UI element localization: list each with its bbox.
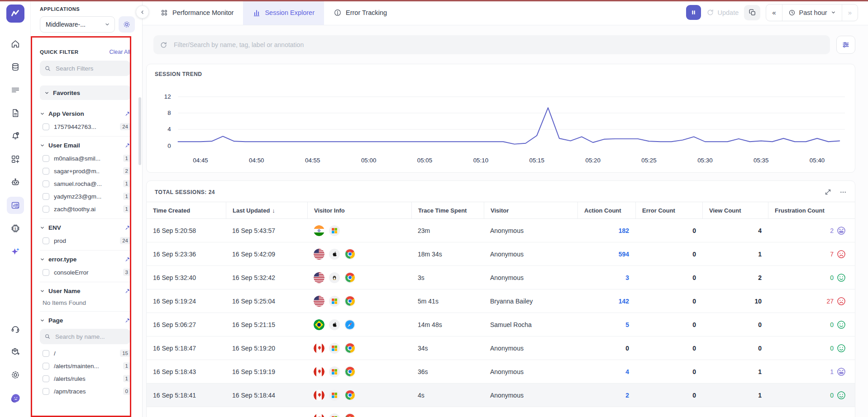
pin-button[interactable] xyxy=(124,288,130,294)
sync-icon xyxy=(160,41,167,49)
column-header-trace-time-spent[interactable]: Trace Time Spent xyxy=(411,202,484,218)
quick-filter-sections: FavoritesApp Version17579442763...24User… xyxy=(40,81,130,401)
section-header[interactable]: error.type xyxy=(40,255,130,264)
filter-search-box[interactable] xyxy=(40,61,130,76)
rail-item-logs-icon[interactable] xyxy=(7,81,24,99)
action-count-link[interactable]: 5 xyxy=(625,321,629,328)
rail-item-session-replay-icon[interactable] xyxy=(7,197,24,214)
filter-search-input[interactable] xyxy=(55,65,114,72)
more-options-button[interactable] xyxy=(839,189,847,196)
applications-label: APPLICATIONS xyxy=(40,6,135,12)
column-header-time-created[interactable]: Time Created xyxy=(147,202,226,218)
sidebar-scrollbar[interactable] xyxy=(138,97,141,165)
session-row[interactable]: 16 Sep 5:18:4116 Sep 5:18:444sAnonymous2… xyxy=(147,384,855,407)
rail-item-settings-icon[interactable] xyxy=(7,366,24,384)
section-search-input[interactable] xyxy=(54,333,113,341)
action-count-link[interactable]: 4 xyxy=(625,368,629,375)
favorites-section-header[interactable]: Favorites xyxy=(40,85,130,100)
pin-button[interactable] xyxy=(124,111,130,117)
application-selector[interactable]: Middleware-... xyxy=(40,16,115,33)
session-row[interactable]: 16 Sep 5:20:5816 Sep 5:43:5723mAnonymous… xyxy=(147,219,855,242)
chrome-icon xyxy=(344,249,355,260)
rail-item-profile-icon[interactable] xyxy=(7,389,24,407)
checkbox[interactable] xyxy=(43,350,49,357)
checkbox[interactable] xyxy=(43,375,49,382)
action-count-link[interactable]: 142 xyxy=(619,298,629,305)
checkbox[interactable] xyxy=(43,193,49,200)
mood-sad-icon xyxy=(837,297,846,306)
view-count-cell: 1 xyxy=(702,368,768,375)
section-header[interactable]: ENV xyxy=(40,223,130,232)
column-header-visitor[interactable]: Visitor xyxy=(484,202,577,218)
rail-item-infrastructure-icon[interactable] xyxy=(7,58,24,76)
section-search-box[interactable] xyxy=(40,329,130,344)
checkbox[interactable] xyxy=(43,168,49,175)
session-row[interactable]: 16 Sep 5:18:4716 Sep 5:19:2034sAnonymous… xyxy=(147,336,855,360)
expand-button[interactable] xyxy=(825,189,831,196)
application-settings-button[interactable] xyxy=(119,16,135,33)
pin-button[interactable] xyxy=(124,225,130,231)
rail-item-documents-icon[interactable] xyxy=(7,104,24,122)
action-count-link[interactable]: 3 xyxy=(625,274,629,281)
time-range-forward-button[interactable]: » xyxy=(842,5,858,21)
update-button[interactable]: Update xyxy=(706,9,739,16)
session-row[interactable]: 16 Sep 5:18:4316 Sep 5:19:1936sAnonymous… xyxy=(147,360,855,384)
session-row[interactable]: 16 Sep 5:23:3616 Sep 5:42:0918m 34sAnony… xyxy=(147,242,855,266)
rail-item-integrations-icon[interactable] xyxy=(7,343,24,360)
checkbox[interactable] xyxy=(43,237,49,244)
checkbox[interactable] xyxy=(43,388,49,395)
checkbox[interactable] xyxy=(43,155,49,162)
global-filter-bar[interactable] xyxy=(153,35,830,54)
checkbox[interactable] xyxy=(43,180,49,187)
global-filter-input[interactable] xyxy=(173,41,824,49)
rail-item-alerts-icon[interactable] xyxy=(7,128,24,145)
last-updated-cell: 16 Sep 5:43:57 xyxy=(226,227,307,234)
action-count-link[interactable]: 2 xyxy=(625,392,629,399)
session-row[interactable]: 16 Sep 5:32:4016 Sep 5:32:423sAnonymous3… xyxy=(147,266,855,289)
advanced-filter-button[interactable] xyxy=(836,36,855,54)
svg-text:05:30: 05:30 xyxy=(697,157,712,164)
pin-button[interactable] xyxy=(124,256,130,262)
tab-performance-monitor[interactable]: Performance Monitor xyxy=(151,0,243,25)
search-icon xyxy=(44,65,51,72)
tab-error-tracking[interactable]: Error Tracking xyxy=(324,0,396,25)
checkbox[interactable] xyxy=(43,363,49,370)
column-header-last-updated[interactable]: Last Updated↓ xyxy=(226,202,307,218)
rail-item-home-icon[interactable] xyxy=(7,35,24,52)
rail-item-assistant-icon[interactable] xyxy=(7,174,24,191)
session-row[interactable] xyxy=(147,407,855,417)
copy-button[interactable] xyxy=(744,5,760,20)
clear-all-link[interactable]: Clear All xyxy=(109,49,130,55)
pause-button[interactable] xyxy=(686,5,701,20)
column-header-view-count[interactable]: View Count xyxy=(702,202,768,218)
checkbox[interactable] xyxy=(43,206,49,213)
action-count-link[interactable]: 594 xyxy=(619,251,629,258)
rail-item-processor-cost-icon[interactable]: $ xyxy=(7,220,24,237)
section-header[interactable]: User Name xyxy=(40,286,130,296)
session-row[interactable]: 16 Sep 5:19:2416 Sep 5:25:045m 41sBryann… xyxy=(147,289,855,313)
pin-button[interactable] xyxy=(124,317,130,323)
column-header-visitor-info[interactable]: Visitor Info xyxy=(307,202,411,218)
rail-item-dashboards-icon[interactable] xyxy=(7,151,24,168)
section-header[interactable]: User Email xyxy=(40,141,130,150)
filter-item: /apm/traces0 xyxy=(40,385,130,398)
column-header-frustration-count[interactable]: Frustration Count xyxy=(768,202,852,218)
time-range-back-button[interactable]: « xyxy=(766,5,782,21)
pin-icon xyxy=(124,142,130,148)
section-header[interactable]: Page xyxy=(40,316,130,325)
time-range-selector[interactable]: Past hour xyxy=(782,5,842,21)
tab-session-explorer[interactable]: Session Explorer xyxy=(243,0,324,25)
rail-item-ai-spark-icon[interactable] xyxy=(7,243,24,260)
session-row[interactable]: 16 Sep 5:06:2716 Sep 5:21:1514m 48sSamue… xyxy=(147,313,855,336)
sidebar-collapse-button[interactable] xyxy=(136,5,149,19)
column-header-action-count[interactable]: Action Count xyxy=(577,202,635,218)
action-count-link[interactable]: 182 xyxy=(619,227,629,234)
checkbox[interactable] xyxy=(43,123,49,130)
column-header-error-count[interactable]: Error Count xyxy=(635,202,702,218)
pin-button[interactable] xyxy=(124,142,130,148)
middleware-logo-icon[interactable] xyxy=(6,5,24,23)
rail-item-support-icon[interactable] xyxy=(7,320,24,337)
session-trend-chart[interactable]: 0481204:4504:5004:5505:0005:0505:1005:15… xyxy=(155,79,847,170)
section-header[interactable]: App Version xyxy=(40,109,130,118)
checkbox[interactable] xyxy=(43,269,49,276)
